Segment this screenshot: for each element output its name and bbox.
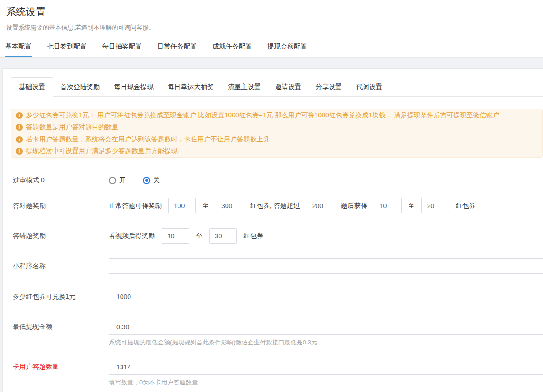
alert-line: i 答题数量是用户答对题目的数量	[16, 122, 535, 134]
subtab-traffic-owner-settings[interactable]: 流量主设置	[221, 77, 268, 96]
info-icon: i	[16, 124, 23, 131]
page-subtitle: 设置系统需要的基本信息,若遇到不理解的可询问客服。	[6, 24, 155, 32]
radio-on[interactable]: 开	[109, 176, 126, 185]
app-name-content	[109, 258, 543, 274]
card-tabs: 基础设置 首次登陆奖励 每日现金提现 每日幸运大抽奖 流量主设置 邀请设置 分享…	[11, 77, 543, 97]
alert-text: 若卡用户答题数量，系统将会在用户达到该答题数时，卡住用户不让用户答题数上升	[26, 135, 270, 144]
block-count-label: 卡用户答题数量	[11, 359, 109, 386]
form-row-min-withdraw: 最低提现金额 系统可提现的最低金额(提现规则首此条件影响)微信企业付款接口最低是…	[11, 319, 543, 346]
block-count-content: 填写数量，0为不卡用户答题数量	[109, 359, 543, 386]
tab-seven-day-signin-config[interactable]: 七日签到配置	[47, 43, 87, 57]
correct-reward-min2-input[interactable]	[374, 198, 402, 213]
info-icon: i	[16, 148, 23, 155]
block-count-helper: 填写数量，0为不卡用户答题数量	[109, 379, 543, 386]
system-settings-page: 系统设置 设置系统需要的基本信息,若遇到不理解的可询问客服。 基本配置 七日签到…	[0, 0, 543, 392]
main-tabs: 基本配置 七日签到配置 每日抽奖配置 日常任务配置 成就任务配置 提现金额配置	[5, 43, 323, 57]
audit-mode-radio-group: 开 关	[109, 172, 177, 188]
info-icon: i	[16, 136, 23, 143]
warning-alert: i 多少红包券可兑换1元： 用户可将红包券兑换成至现金账户 比如设置1000红包…	[11, 109, 543, 158]
form-row-correct-reward: 答对题奖励 正常答题可得奖励 至 红包券, 答题超过 题后获得 至 红包券	[11, 198, 543, 213]
to-text: 至	[196, 232, 203, 240]
page-title: 系统设置	[6, 5, 46, 18]
exchange-content	[109, 289, 543, 304]
to-text: 至	[408, 202, 415, 210]
radio-on-label: 开	[119, 176, 126, 185]
correct-reward-content: 正常答题可得奖励 至 红包券, 答题超过 题后获得 至 红包券	[109, 198, 476, 213]
correct-reward-prefix: 正常答题可得奖励	[109, 202, 162, 210]
tab-daily-lottery-config[interactable]: 每日抽奖配置	[102, 43, 142, 57]
form-row-wrong-reward: 答错题奖励 看视频后得奖励 至 红包券	[11, 228, 543, 244]
alert-text: 提现档次中可设置用户满足多少答题数量后方能提现	[26, 147, 178, 155]
alert-text: 答题数量是用户答对题目的数量	[26, 123, 118, 131]
wrong-reward-min-input[interactable]	[162, 228, 189, 244]
block-count-input[interactable]	[109, 359, 543, 375]
alert-line: i 多少红包券可兑换1元： 用户可将红包券兑换成至现金账户 比如设置1000红包…	[16, 109, 535, 122]
settings-form: 过审模式 0 开 关 答对题奖励	[11, 172, 543, 386]
radio-off-circle[interactable]	[143, 177, 150, 184]
subtab-first-login-reward[interactable]: 首次登陆奖励	[53, 77, 107, 96]
min-withdraw-input[interactable]	[109, 319, 543, 335]
tab-achievement-task-config[interactable]: 成就任务配置	[212, 43, 252, 57]
subtab-daily-cash-withdraw[interactable]: 每日现金提现	[107, 77, 161, 96]
exchange-input[interactable]	[109, 289, 543, 304]
form-row-block-count: 卡用户答题数量 填写数量，0为不卡用户答题数量	[11, 359, 543, 386]
correct-reward-suffix: 红包券	[456, 202, 476, 210]
radio-on-circle[interactable]	[109, 177, 116, 184]
min-withdraw-label: 最低提现金额	[11, 319, 109, 346]
min-withdraw-helper: 系统可提现的最低金额(提现规则首此条件影响)微信企业付款接口最低是0.3元.	[109, 339, 543, 346]
app-name-label: 小程序名称	[11, 258, 109, 274]
subtab-daily-lucky-draw[interactable]: 每日幸运大抽奖	[161, 77, 221, 96]
wrong-reward-max-input[interactable]	[209, 228, 237, 244]
subtab-invite-settings[interactable]: 邀请设置	[268, 77, 308, 96]
app-name-input[interactable]	[109, 258, 543, 274]
correct-reward-after: 题后获得	[341, 202, 367, 210]
correct-reward-threshold-input[interactable]	[307, 198, 334, 213]
exchange-label: 多少红包券可兑换1元	[11, 289, 109, 304]
correct-reward-mid: 红包券, 答题超过	[250, 202, 300, 210]
wrong-reward-prefix: 看视频后得奖励	[109, 232, 155, 240]
correct-reward-max-input[interactable]	[216, 198, 243, 213]
tab-daily-task-config[interactable]: 日常任务配置	[157, 43, 197, 57]
correct-reward-max2-input[interactable]	[421, 198, 449, 213]
radio-off-label: 关	[153, 176, 160, 185]
alert-text: 多少红包券可兑换1元： 用户可将红包券兑换成至现金账户 比如设置1000红包券=…	[26, 111, 499, 120]
form-row-exchange: 多少红包券可兑换1元	[11, 289, 543, 304]
alert-line: i 若卡用户答题数量，系统将会在用户达到该答题数时，卡住用户不让用户答题数上升	[16, 133, 535, 146]
content-area: 基础设置 首次登陆奖励 每日现金提现 每日幸运大抽奖 流量主设置 邀请设置 分享…	[0, 58, 543, 392]
wrong-reward-content: 看视频后得奖励 至 红包券	[109, 228, 263, 244]
radio-off[interactable]: 关	[143, 176, 160, 185]
alert-line: i 提现档次中可设置用户满足多少答题数量后方能提现	[16, 146, 535, 158]
page-header: 系统设置 设置系统需要的基本信息,若遇到不理解的可询问客服。 基本配置 七日签到…	[0, 0, 543, 58]
info-icon: i	[16, 112, 23, 119]
tab-withdraw-amount-config[interactable]: 提现金额配置	[267, 43, 307, 57]
settings-card: 基础设置 首次登陆奖励 每日现金提现 每日幸运大抽奖 流量主设置 邀请设置 分享…	[2, 68, 543, 392]
correct-reward-label: 答对题奖励	[11, 198, 109, 213]
min-withdraw-content: 系统可提现的最低金额(提现规则首此条件影响)微信企业付款接口最低是0.3元.	[109, 319, 543, 346]
to-text: 至	[203, 202, 209, 210]
tab-basic-config[interactable]: 基本配置	[5, 43, 32, 57]
form-row-audit-mode: 过审模式 0 开 关	[11, 172, 543, 188]
wrong-reward-label: 答错题奖励	[11, 228, 109, 244]
subtab-basic-settings[interactable]: 基础设置	[11, 77, 53, 97]
subtab-keyword-settings[interactable]: 代词设置	[349, 77, 389, 96]
wrong-reward-suffix: 红包券	[243, 232, 263, 240]
subtab-share-settings[interactable]: 分享设置	[308, 77, 349, 96]
form-row-app-name: 小程序名称	[11, 258, 543, 274]
correct-reward-min-input[interactable]	[168, 198, 196, 213]
audit-mode-label: 过审模式 0	[11, 172, 109, 188]
